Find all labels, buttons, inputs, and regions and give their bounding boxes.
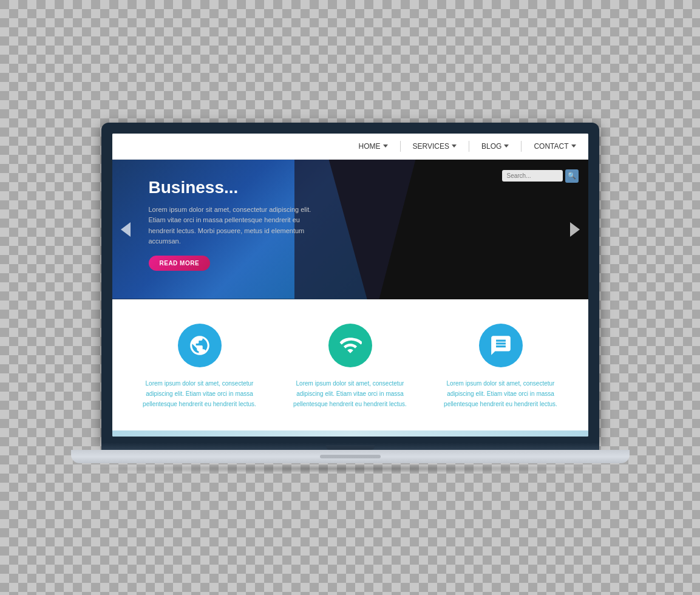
nav-divider-2 [469, 141, 469, 152]
chat-icon-circle [479, 324, 523, 367]
wifi-icon [339, 334, 362, 357]
search-input[interactable] [502, 170, 563, 182]
laptop-hinge [101, 443, 599, 450]
services-dropdown-icon [452, 144, 457, 148]
blog-dropdown-icon [504, 144, 509, 148]
feature-text-globe: Lorem ipsum dolor sit amet, consectetur … [133, 378, 267, 409]
laptop-base [71, 450, 630, 463]
laptop-mockup: HOME SERVICES BLOG CONTACT [71, 123, 630, 473]
hero-section: Business... Lorem ipsum dolor sit amet, … [112, 160, 588, 299]
footer-strip [112, 430, 588, 437]
laptop-shadow [77, 464, 624, 473]
slider-next-button[interactable] [570, 222, 580, 237]
feature-item-wifi: Lorem ipsum dolor sit amet, consectetur … [284, 324, 417, 409]
screen-content: HOME SERVICES BLOG CONTACT [112, 134, 588, 437]
globe-icon-circle [178, 324, 222, 367]
globe-icon [188, 334, 211, 357]
slider-prev-button[interactable] [121, 222, 131, 237]
nav-divider-1 [400, 141, 401, 152]
nav-item-contact[interactable]: CONTACT [534, 142, 576, 151]
feature-item-chat: Lorem ipsum dolor sit amet, consectetur … [434, 324, 568, 409]
features-section: Lorem ipsum dolor sit amet, consectetur … [112, 299, 588, 430]
navigation-bar: HOME SERVICES BLOG CONTACT [112, 134, 588, 160]
nav-item-services[interactable]: SERVICES [413, 142, 457, 151]
hero-search-area: 🔍 [502, 169, 579, 183]
screen-bezel: HOME SERVICES BLOG CONTACT [101, 123, 599, 443]
chat-icon [489, 334, 512, 357]
home-dropdown-icon [383, 144, 388, 148]
search-button[interactable]: 🔍 [565, 169, 579, 183]
feature-item-globe: Lorem ipsum dolor sit amet, consectetur … [133, 324, 267, 409]
read-more-button[interactable]: READ MORE [149, 256, 211, 271]
hero-body-text: Lorem ipsum dolor sit amet, consectetur … [149, 205, 319, 247]
feature-text-chat: Lorem ipsum dolor sit amet, consectetur … [434, 378, 568, 409]
nav-divider-3 [521, 141, 522, 152]
contact-dropdown-icon [571, 144, 576, 148]
nav-item-home[interactable]: HOME [359, 142, 388, 151]
wifi-icon-circle [328, 324, 372, 367]
nav-item-blog[interactable]: BLOG [481, 142, 509, 151]
feature-text-wifi: Lorem ipsum dolor sit amet, consectetur … [284, 378, 417, 409]
hinge-notch [326, 445, 375, 450]
